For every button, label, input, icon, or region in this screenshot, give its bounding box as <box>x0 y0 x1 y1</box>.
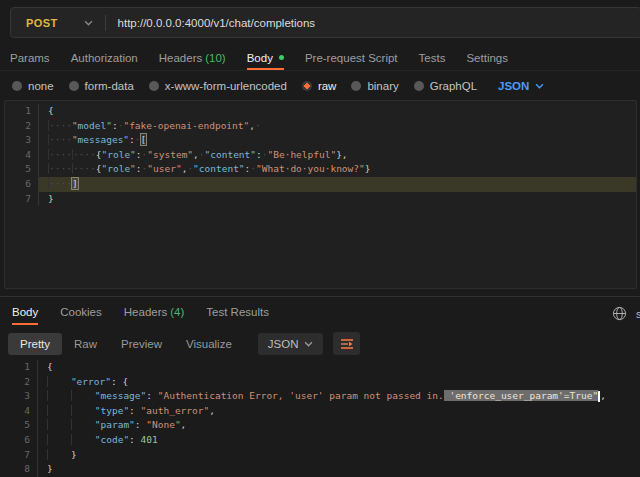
code-token: : <box>111 376 122 387</box>
code-line[interactable]: 4········{"role":·"system",·"content":·"… <box>5 148 636 163</box>
tab-params[interactable]: Params <box>10 47 50 70</box>
tab-label: Authorization <box>71 52 138 64</box>
format-button[interactable] <box>333 332 360 355</box>
code-content: } <box>38 192 636 207</box>
response-view-bar: PrettyRawPreviewVisualize JSON <box>8 332 640 355</box>
code-token <box>47 376 71 387</box>
line-number: 5 <box>5 162 38 177</box>
radio-icon <box>302 81 312 91</box>
body-mode-label: x-www-form-urlencoded <box>165 80 287 92</box>
code-line[interactable]: 8} <box>4 462 640 477</box>
line-number: 6 <box>4 433 37 448</box>
code-token: ···· <box>48 163 72 174</box>
code-token: } <box>47 463 53 474</box>
request-language-selector[interactable]: JSON <box>498 80 544 92</box>
code-token <box>47 449 71 460</box>
tab-settings[interactable]: Settings <box>466 47 508 70</box>
code-line[interactable]: 2····"model":·"fake-openai-endpoint",· <box>5 119 636 134</box>
tab-label: Tests <box>419 52 446 64</box>
code-token: · <box>135 134 141 145</box>
tab-body[interactable]: Body <box>247 47 284 70</box>
code-token: ···· <box>48 134 72 145</box>
view-preview[interactable]: Preview <box>109 333 174 355</box>
view-raw[interactable]: Raw <box>62 333 109 355</box>
line-number: 4 <box>4 404 37 419</box>
tab-test-results[interactable]: Test Results <box>206 301 269 325</box>
code-token: "What·do·you·know?" <box>256 163 365 174</box>
code-token: { <box>48 105 54 116</box>
body-mode-graphql[interactable]: GraphQL <box>414 80 477 92</box>
code-line[interactable]: 3····"messages":·[ <box>5 133 636 148</box>
code-content: } <box>37 448 640 463</box>
line-number: 1 <box>4 360 37 375</box>
code-token: "error" <box>71 376 111 387</box>
body-mode-binary[interactable]: binary <box>351 80 398 92</box>
radio-icon <box>69 81 79 91</box>
chevron-down-icon <box>304 341 313 347</box>
radio-icon <box>149 81 159 91</box>
view-pretty[interactable]: Pretty <box>8 333 62 355</box>
tab-headers[interactable]: Headers(4) <box>124 301 185 325</box>
code-token: } <box>365 163 371 174</box>
code-token: "model" <box>72 120 112 131</box>
tab-authorization[interactable]: Authorization <box>71 47 138 70</box>
code-line[interactable]: 5········{"role":·"user",·"content":·"Wh… <box>5 162 636 177</box>
code-token: "Authentication Error, 'user' param not … <box>158 390 444 401</box>
tab-body[interactable]: Body <box>12 301 38 325</box>
code-token: }, <box>336 149 347 160</box>
tab-cookies[interactable]: Cookies <box>60 301 102 325</box>
code-token: : <box>146 390 157 401</box>
body-mode-x-www-form-urlencoded[interactable]: x-www-form-urlencoded <box>149 80 287 92</box>
body-mode-raw[interactable]: raw <box>302 80 337 92</box>
code-line[interactable]: 2 "error": { <box>4 375 640 390</box>
code-token: ···· <box>72 149 96 160</box>
selected-text: 'enforce_user_param'=True" <box>444 390 598 401</box>
response-body-editor[interactable]: 1{2 "error": {3 "message": "Authenticati… <box>0 360 640 477</box>
code-content: { <box>37 360 640 375</box>
code-line[interactable]: 4 "type": "auth_error", <box>4 404 640 419</box>
body-mode-label: form-data <box>85 80 134 92</box>
code-token <box>71 390 95 401</box>
code-line[interactable]: 6 "code": 401 <box>4 433 640 448</box>
code-token: "user" <box>147 163 181 174</box>
code-line[interactable]: 1{ <box>5 104 636 119</box>
tab-headers[interactable]: Headers(10) <box>159 47 226 70</box>
view-visualize[interactable]: Visualize <box>174 333 244 355</box>
tab-label: Headers <box>159 52 202 64</box>
url-input[interactable]: http://0.0.0.0:4000/v1/chat/completions <box>106 17 316 29</box>
code-line[interactable]: 3 "message": "Authentication Error, 'use… <box>4 389 640 404</box>
tab-count-badge: (4) <box>170 306 184 318</box>
code-line[interactable]: 7 } <box>4 448 640 463</box>
body-mode-form-data[interactable]: form-data <box>69 80 134 92</box>
code-line[interactable]: 1{ <box>4 360 640 375</box>
code-line[interactable]: 5 "param": "None", <box>4 418 640 433</box>
globe-icon[interactable] <box>612 306 627 321</box>
line-number: 2 <box>4 375 37 390</box>
line-number: 6 <box>5 177 38 192</box>
code-token <box>47 390 71 401</box>
tab-pre-request-script[interactable]: Pre-request Script <box>305 47 398 70</box>
radio-icon <box>351 81 361 91</box>
code-token: · <box>255 120 261 131</box>
body-mode-none[interactable]: none <box>12 80 54 92</box>
body-mode-label: none <box>28 80 54 92</box>
tab-label: Pre-request Script <box>305 52 398 64</box>
code-line[interactable]: 7} <box>5 192 636 207</box>
code-line[interactable]: 6····] <box>5 177 636 192</box>
code-token: "messages" <box>72 134 129 145</box>
response-section: BodyCookiesHeaders(4)Test Results s Pret… <box>0 296 640 477</box>
code-token: "content" <box>205 149 256 160</box>
method-selector[interactable]: POST <box>11 17 93 29</box>
radio-icon <box>12 81 22 91</box>
code-token: "auth_error" <box>141 405 210 416</box>
line-number: 5 <box>4 418 37 433</box>
tab-label: Cookies <box>60 306 102 318</box>
code-token: "message" <box>95 390 146 401</box>
response-language-label: JSON <box>268 338 299 350</box>
unsaved-dot-icon <box>279 55 284 60</box>
request-body-editor[interactable]: 1{2····"model":·"fake-openai-endpoint",·… <box>4 100 637 289</box>
response-language-selector[interactable]: JSON <box>258 333 324 355</box>
code-token: : <box>129 434 140 445</box>
tab-tests[interactable]: Tests <box>419 47 446 70</box>
code-token: ] <box>72 178 78 189</box>
